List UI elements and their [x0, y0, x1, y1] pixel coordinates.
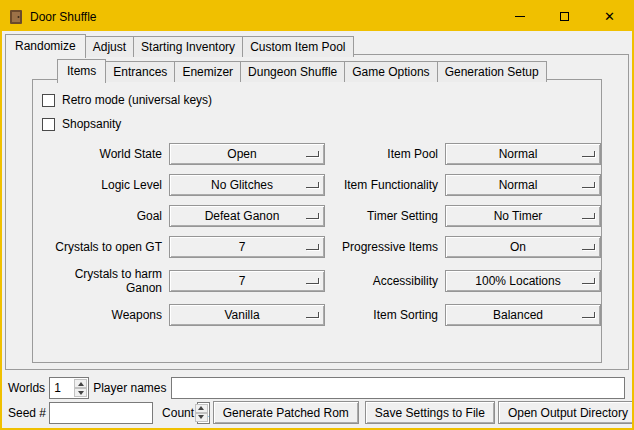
retro-mode-checkbox-row[interactable]: Retro mode (universal keys)	[42, 88, 595, 112]
timer-setting-label: Timer Setting	[332, 209, 438, 223]
item-pool-dropdown[interactable]: Normal	[445, 143, 601, 165]
minimize-button[interactable]	[497, 2, 542, 31]
maximize-button[interactable]	[542, 2, 587, 31]
open-output-directory-button[interactable]: Open Output Directory	[498, 401, 634, 424]
shopsanity-label: Shopsanity	[62, 117, 121, 131]
dropdown-indicator-icon	[306, 182, 319, 188]
seed-label: Seed #	[8, 406, 46, 420]
weapons-dropdown[interactable]: Vanilla	[169, 304, 325, 326]
item-pool-value: Normal	[499, 147, 548, 161]
tab-randomize[interactable]: Randomize	[5, 34, 86, 58]
dropdown-indicator-icon	[306, 278, 319, 284]
weapons-value: Vanilla	[224, 308, 269, 322]
item-functionality-value: Normal	[499, 178, 548, 192]
dropdown-indicator-icon	[582, 151, 595, 157]
crystals-ganon-dropdown[interactable]: 7	[169, 270, 325, 292]
tab-starting-inventory[interactable]: Starting Inventory	[133, 36, 243, 57]
maximize-icon	[560, 12, 569, 21]
dropdown-indicator-icon	[306, 244, 319, 250]
worlds-spinner[interactable]: 1	[49, 377, 89, 399]
tab-custom-item-pool[interactable]: Custom Item Pool	[242, 36, 353, 57]
shopsanity-checkbox-row[interactable]: Shopsanity	[42, 112, 595, 136]
retro-mode-label: Retro mode (universal keys)	[62, 93, 212, 107]
worlds-value: 1	[54, 381, 61, 395]
player-names-input[interactable]	[171, 377, 626, 399]
accessibility-dropdown[interactable]: 100% Locations	[445, 270, 601, 292]
retro-mode-checkbox[interactable]	[42, 94, 55, 107]
spin-up-icon	[198, 406, 204, 410]
titlebar: Door Shuffle ✕	[2, 2, 632, 31]
world-state-dropdown[interactable]: Open	[169, 143, 325, 165]
accessibility-label: Accessibility	[332, 274, 438, 288]
tab-game-options[interactable]: Game Options	[344, 61, 437, 82]
bottom-row-2: Seed # Count 1 Generate Patched Rom Save…	[8, 401, 625, 424]
shopsanity-checkbox[interactable]	[42, 118, 55, 131]
window-title: Door Shuffle	[30, 10, 97, 24]
close-button[interactable]: ✕	[587, 2, 632, 31]
worlds-spin-arrows	[74, 379, 87, 397]
tab-dungeon-shuffle[interactable]: Dungeon Shuffle	[240, 61, 345, 82]
save-settings-button[interactable]: Save Settings to File	[365, 401, 495, 424]
tab-generation-setup[interactable]: Generation Setup	[437, 61, 547, 82]
logic-level-dropdown[interactable]: No Glitches	[169, 174, 325, 196]
spin-down-button[interactable]	[74, 388, 87, 397]
crystals-ganon-value: 7	[239, 274, 256, 288]
item-sorting-value: Balanced	[493, 308, 553, 322]
tab-items[interactable]: Items	[57, 59, 106, 83]
timer-setting-dropdown[interactable]: No Timer	[445, 205, 601, 227]
count-spinner[interactable]: 1	[197, 402, 210, 424]
count-label: Count	[162, 406, 194, 420]
logic-level-value: No Glitches	[211, 178, 283, 192]
timer-setting-value: No Timer	[494, 209, 553, 223]
dropdown-indicator-icon	[582, 244, 595, 250]
dropdown-indicator-icon	[582, 278, 595, 284]
inner-tab-bar: Items Entrances Enemizer Dungeon Shuffle…	[57, 59, 546, 82]
dropdown-indicator-icon	[582, 182, 595, 188]
spin-up-button[interactable]	[74, 379, 87, 388]
weapons-label: Weapons	[42, 308, 162, 322]
item-pool-label: Item Pool	[332, 147, 438, 161]
close-icon: ✕	[604, 10, 615, 23]
crystals-gt-dropdown[interactable]: 7	[169, 236, 325, 258]
spin-up-button[interactable]	[195, 404, 208, 413]
dropdown-indicator-icon	[306, 213, 319, 219]
logic-level-label: Logic Level	[42, 178, 162, 192]
crystals-gt-label: Crystals to open GT	[42, 240, 162, 254]
dropdown-indicator-icon	[582, 213, 595, 219]
dropdown-indicator-icon	[582, 312, 595, 318]
spin-down-icon	[198, 415, 204, 419]
app-window: Door Shuffle ✕ Randomize Adjust Starting…	[0, 0, 634, 430]
generate-patched-rom-button[interactable]: Generate Patched Rom	[213, 401, 359, 424]
seed-input[interactable]	[49, 402, 153, 424]
items-pane: Items Entrances Enemizer Dungeon Shuffle…	[32, 79, 602, 363]
tab-enemizer[interactable]: Enemizer	[174, 61, 241, 82]
tab-adjust[interactable]: Adjust	[85, 36, 134, 57]
progressive-items-value: On	[510, 240, 536, 254]
world-state-value: Open	[227, 147, 266, 161]
player-names-label: Player names	[93, 381, 166, 395]
randomize-pane: Items Entrances Enemizer Dungeon Shuffle…	[5, 54, 629, 370]
spin-down-button[interactable]	[195, 413, 208, 422]
spin-down-icon	[78, 391, 84, 395]
outer-tab-bar: Randomize Adjust Starting Inventory Cust…	[5, 34, 353, 57]
crystals-ganon-label: Crystals to harm Ganon	[42, 267, 162, 295]
minimize-icon	[515, 16, 525, 17]
item-sorting-dropdown[interactable]: Balanced	[445, 304, 601, 326]
accessibility-value: 100% Locations	[475, 274, 570, 288]
goal-value: Defeat Ganon	[205, 209, 290, 223]
goal-dropdown[interactable]: Defeat Ganon	[169, 205, 325, 227]
options-grid: World State Open Item Pool Normal Logic …	[42, 143, 595, 326]
crystals-gt-value: 7	[239, 240, 256, 254]
app-icon	[8, 9, 24, 25]
item-sorting-label: Item Sorting	[332, 308, 438, 322]
bottom-row-1: Worlds 1 Player names	[8, 377, 625, 399]
goal-label: Goal	[42, 209, 162, 223]
dropdown-indicator-icon	[306, 151, 319, 157]
item-functionality-dropdown[interactable]: Normal	[445, 174, 601, 196]
dropdown-indicator-icon	[306, 312, 319, 318]
tab-entrances[interactable]: Entrances	[105, 61, 175, 82]
progressive-items-dropdown[interactable]: On	[445, 236, 601, 258]
progressive-items-label: Progressive Items	[332, 240, 438, 254]
spin-up-icon	[78, 382, 84, 386]
worlds-label: Worlds	[8, 381, 45, 395]
